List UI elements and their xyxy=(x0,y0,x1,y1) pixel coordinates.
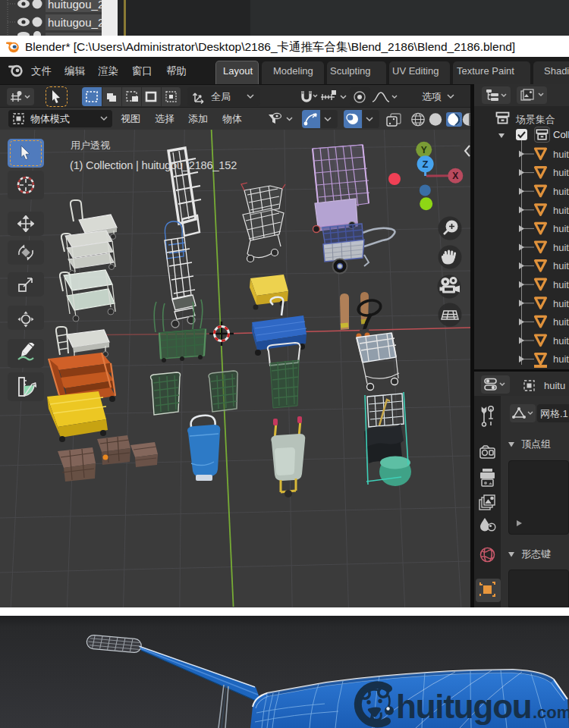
svg-text:用户透视: 用户透视 xyxy=(71,140,111,151)
svg-text:X: X xyxy=(452,171,458,181)
svg-text:(1) Collection | huitugou_2186: (1) Collection | huitugou_2186_152 xyxy=(70,159,237,171)
svg-text:huitugou: huitugou xyxy=(396,688,532,725)
svg-text:Z: Z xyxy=(423,158,429,170)
svg-text:.com: .com xyxy=(533,703,569,722)
svg-text:Y: Y xyxy=(421,145,427,155)
